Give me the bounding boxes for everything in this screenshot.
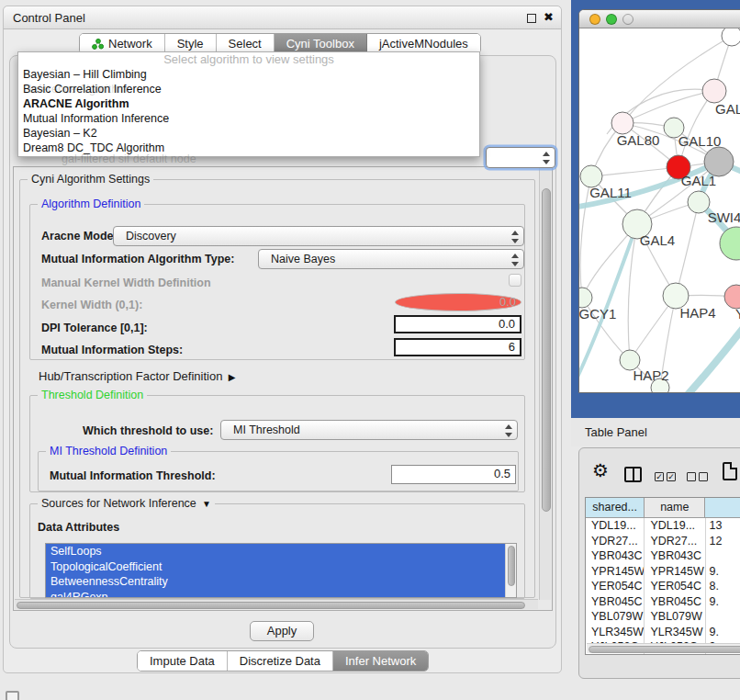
network-node-gal[interactable] [702, 79, 726, 103]
partially-hidden-combo[interactable] [486, 147, 555, 168]
table-cell: YER054C [586, 579, 645, 594]
scrollbar-thumb[interactable] [17, 602, 525, 609]
node-label: SWI4 [708, 209, 740, 225]
settings-vertical-scrollbar[interactable] [539, 168, 551, 600]
combo-stepper-icon [505, 423, 512, 438]
panel-title: Control Panel [13, 6, 85, 29]
chevron-down-icon[interactable]: ▼ [199, 499, 211, 509]
scrollbar-thumb[interactable] [542, 188, 551, 512]
kernel-width-field[interactable]: 0.0 [395, 293, 521, 311]
tab-discretize-data[interactable]: Discretize Data [228, 651, 333, 671]
table-row[interactable]: YER054CYER054C8. [586, 579, 740, 594]
network-node[interactable] [722, 28, 740, 46]
attribute-item-selected[interactable]: BetweennessCentrality [46, 574, 506, 590]
table-row[interactable]: YLR345WYLR345W9. [586, 625, 740, 640]
settings-horizontal-scrollbar[interactable] [15, 599, 538, 609]
column-header[interactable]: name [645, 498, 705, 518]
unchecked-boxes-icon[interactable] [687, 472, 708, 481]
which-threshold-label: Which threshold to use: [83, 424, 213, 437]
algorithm-option[interactable]: Mutual Information Inference [18, 111, 479, 126]
table-row[interactable]: YDR27...YDR27...12 [586, 534, 740, 549]
hidden-group-title: Inference Algorithm [28, 83, 128, 96]
combo-value: MI Threshold [233, 423, 300, 436]
aracne-mode-combo[interactable]: Discovery [113, 226, 524, 246]
table-row[interactable]: YBR045CYBR045C9. [586, 594, 740, 610]
checked-boxes-icon[interactable]: ✓ ✓ [655, 472, 676, 481]
tab-network[interactable]: Network [80, 34, 165, 53]
network-icon [92, 39, 104, 50]
gear-icon[interactable]: ⚙ [592, 461, 609, 480]
table-row[interactable]: YDL19...YDL19...13 [586, 518, 740, 534]
mi-algorithm-type-combo[interactable]: Naive Bayes [258, 249, 524, 269]
hub-definition-expander[interactable]: Hub/Transcription Factor Definition ▶ [39, 369, 235, 383]
tab-impute-data[interactable]: Impute Data [138, 651, 228, 671]
mi-steps-field[interactable]: 6 [394, 338, 521, 356]
data-attributes-list[interactable]: SelfLoopsTopologicalCoefficientBetweenne… [45, 543, 517, 598]
table-row[interactable]: YBL079WYBL079W [586, 609, 740, 625]
algorithm-option[interactable]: Bayesian – K2 [18, 126, 479, 141]
manual-kernel-checkbox[interactable] [509, 274, 521, 287]
table-cell: YBR045C [645, 594, 705, 610]
network-node-gal80[interactable] [611, 112, 633, 134]
node-label: GAL10 [678, 133, 722, 149]
node-label: Y [735, 306, 740, 322]
dpi-tolerance-field[interactable]: 0.0 [394, 315, 521, 333]
which-threshold-combo[interactable]: MI Threshold [220, 420, 518, 440]
mac-minimize-icon[interactable] [606, 14, 617, 25]
attribute-item-selected[interactable]: SelfLoops [46, 544, 506, 559]
group-title: Sources for Network Inference ▼ [38, 497, 215, 510]
table-cell: 9. [706, 564, 740, 580]
scrollbar-thumb[interactable] [508, 546, 515, 586]
table-cell: YDR27... [586, 534, 645, 549]
network-node[interactable] [720, 227, 740, 260]
network-canvas[interactable]: GALGAL80GAL10GAL1GAL11SWI4GAL4GCY1HAP4YH… [579, 28, 740, 392]
tab-select[interactable]: Select [217, 34, 275, 53]
combo-value: Naive Bayes [271, 253, 335, 265]
split-view-icon[interactable] [624, 467, 642, 482]
scrollbar-thumb[interactable] [589, 646, 740, 653]
cyni-bottom-tabs: Impute DataDiscretize DataInfer Network [137, 650, 429, 672]
tab-label: Infer Network [345, 654, 416, 668]
table-horizontal-scrollbar[interactable] [587, 643, 740, 653]
network-node-gcy1[interactable] [579, 288, 592, 308]
threshold-definition-group: Threshold Definition Which threshold to … [29, 395, 525, 492]
group-title: MI Threshold Definition [46, 445, 171, 457]
group-title: Algorithm Definition [38, 198, 144, 210]
combo-stepper-icon [511, 230, 519, 244]
tab-infer-network[interactable]: Infer Network [333, 651, 428, 671]
mac-zoom-icon[interactable] [622, 14, 633, 25]
float-icon[interactable] [527, 14, 536, 23]
table-row[interactable]: YBR043CYBR043C [586, 548, 740, 564]
network-node-swi4[interactable] [688, 191, 710, 213]
mac-close-icon[interactable] [589, 14, 600, 25]
document-icon[interactable] [723, 462, 737, 480]
network-graph: GALGAL80GAL10GAL1GAL11SWI4GAL4GCY1HAP4YH… [579, 28, 740, 392]
settings-scroll-region: Cyni Algorithm Settings Algorithm Defini… [13, 166, 553, 611]
attribute-item-selected[interactable]: TopologicalCoefficient [46, 559, 506, 575]
table-cell: YPR145W [645, 564, 705, 580]
docked-panel-icon[interactable] [6, 691, 19, 700]
list-scrollbar[interactable] [505, 544, 516, 597]
algorithm-option[interactable]: ARACNE Algorithm [18, 96, 479, 111]
dpi-tolerance-label: DPI Tolerance [0,1]: [41, 322, 148, 334]
node-attribute-table: shared...name YDL19...YDL19...13YDR27...… [585, 497, 740, 655]
tab-label: Style [177, 37, 204, 51]
table-row[interactable]: YPR145WYPR145W9. [586, 564, 740, 580]
node-label: GAL [715, 101, 740, 117]
column-header[interactable]: shared... [586, 498, 645, 518]
algorithm-option[interactable]: Bayesian – Hill Climbing [18, 67, 479, 82]
column-header[interactable] [705, 498, 740, 518]
checkbox-checked-icon: ✓ [655, 472, 664, 481]
tab-cyni-toolbox[interactable]: Cyni Toolbox [275, 34, 367, 53]
attribute-item-selected[interactable]: gal4RGexp [46, 590, 506, 599]
tab-jactivemnodules[interactable]: jActiveMNodules [367, 34, 480, 53]
table-cell: 13 [706, 518, 740, 534]
node-label: GAL1 [681, 173, 716, 188]
tab-style[interactable]: Style [165, 34, 217, 53]
mi-threshold-field[interactable]: 0.5 [391, 465, 516, 484]
combo-value: Discovery [126, 230, 176, 243]
apply-button[interactable]: Apply [250, 621, 314, 641]
close-icon[interactable]: ✖ [544, 10, 554, 24]
table-cell: 12 [706, 534, 740, 549]
table-cell: YPR145W [586, 564, 645, 580]
